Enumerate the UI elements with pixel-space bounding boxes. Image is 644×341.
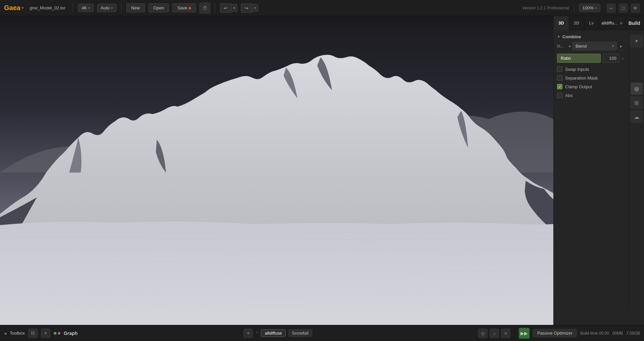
separator2 xyxy=(121,3,122,13)
new-button[interactable]: New xyxy=(126,3,145,12)
target-icon: ◎ xyxy=(634,86,639,92)
list-icon: ≡ xyxy=(44,331,47,336)
ratio-row: Ratio ○ xyxy=(554,52,627,65)
ratio-label[interactable]: Ratio xyxy=(557,54,601,63)
abs-row[interactable]: Abs xyxy=(554,91,627,100)
minimize-button[interactable]: ─ xyxy=(606,3,616,13)
undo-dropdown-button[interactable]: ▾ xyxy=(231,4,237,12)
swap-inputs-checkbox[interactable] xyxy=(557,66,562,72)
dot-purple xyxy=(58,332,60,335)
alldiffuse-chip[interactable]: alldiffuse xyxy=(261,329,285,337)
3d-viewport[interactable] xyxy=(0,16,553,325)
separation-mask-label: Separation Mask xyxy=(565,76,598,81)
expand-chevron-icon: ⌃ xyxy=(256,331,258,335)
home-icon: ⌂ xyxy=(493,331,496,336)
file-name: gnw_Model_02.tor xyxy=(27,5,68,10)
statusbar: ◂ Toolbox ⛓ ≡ Graph + ⌃ alldiffuse Snowf… xyxy=(0,325,514,341)
chain-icon: ⛓ xyxy=(31,331,35,336)
sun-icon: ✦ xyxy=(634,38,639,44)
plus-icon: + xyxy=(247,330,250,336)
home-status-button[interactable]: ⌂ xyxy=(490,329,499,338)
resolution-button[interactable]: 4K ▾ xyxy=(78,4,94,12)
dropdown-arrow-icon: ▾ xyxy=(612,44,614,48)
storage-text: 7.09GB xyxy=(626,331,640,336)
sun-button[interactable]: ✦ xyxy=(631,35,643,47)
node-menu-icon[interactable]: ≡ xyxy=(619,20,622,26)
ratio-pin-icon[interactable]: ○ xyxy=(622,56,624,61)
app-logo[interactable]: Gaea ▾ xyxy=(4,4,24,12)
open-button[interactable]: Open xyxy=(148,3,169,12)
snowfall-chip[interactable]: Snowfall xyxy=(288,329,312,337)
clamp-output-label: Clamp Output xyxy=(565,84,592,89)
ratio-value-input[interactable] xyxy=(603,54,619,63)
optimizer-button[interactable]: Passive Optimizer xyxy=(533,329,577,337)
mode-right-arrow[interactable]: ▸ xyxy=(619,44,624,49)
build-status-bar: ▶▶ Passive Optimizer Build time 00:00 00… xyxy=(514,325,644,341)
app-chevron-icon: ▾ xyxy=(22,6,24,10)
section-label: Combine xyxy=(562,34,581,39)
target-button[interactable]: ◎ xyxy=(631,83,643,95)
abs-checkbox[interactable] xyxy=(557,93,562,98)
save-button[interactable]: Save xyxy=(172,3,196,12)
memory-text: 00MB xyxy=(612,331,623,336)
separation-mask-checkbox[interactable] xyxy=(557,75,562,81)
mode-row: M... ◂ Blend ▾ ▸ xyxy=(554,41,627,52)
build-time-text: Build time 00:00 xyxy=(580,331,609,336)
grid-icon: ⊞ xyxy=(634,100,639,106)
panel-header: 3D 2D Lv alldiffu... ≡ Build ≡ xyxy=(554,16,644,30)
section-chevron-icon: ▼ xyxy=(557,35,560,39)
redo-dropdown-button[interactable]: ▾ xyxy=(252,4,258,12)
redo-group: ↪ ▾ xyxy=(241,3,258,13)
swap-inputs-row[interactable]: Swap Inputs xyxy=(554,65,627,74)
right-icon-column: ✦ ◎ ⊞ ☁ xyxy=(629,32,644,309)
window-controls: ─ □ ✕ xyxy=(606,3,640,13)
grid-button[interactable]: ⊞ xyxy=(631,97,643,109)
separator4 xyxy=(574,3,574,13)
version-text: Version 1.2.1 Professional xyxy=(522,6,569,10)
chain-icon-button[interactable]: ⛓ xyxy=(28,329,38,338)
auto-button[interactable]: Auto ▾ xyxy=(97,4,117,12)
combine-section-header: ▼ Combine xyxy=(554,33,627,41)
build-label: Build xyxy=(629,20,640,26)
clamp-output-row[interactable]: ✓ Clamp Output xyxy=(554,82,627,91)
maximize-button[interactable]: □ xyxy=(618,3,628,13)
separator3 xyxy=(215,3,215,13)
cloud-button[interactable]: ☁ xyxy=(631,111,643,123)
clamp-output-checkbox[interactable]: ✓ xyxy=(557,84,562,89)
mode-label: M... xyxy=(557,44,566,49)
checkmark-icon: ✓ xyxy=(558,85,561,89)
target-status-button[interactable]: ◎ xyxy=(478,329,488,338)
list-icon-button[interactable]: ≡ xyxy=(41,329,50,338)
swap-inputs-label: Swap Inputs xyxy=(565,67,589,72)
node-name: alldiffu... xyxy=(601,20,617,26)
abs-label: Abs xyxy=(565,93,572,98)
dot-indicators xyxy=(54,332,60,335)
clock-button[interactable]: ⏱ xyxy=(199,3,210,13)
zoom-button[interactable]: 100% ▾ xyxy=(579,4,600,12)
nav-arrow-icon[interactable]: ◂ xyxy=(4,331,6,336)
right-panel: 3D 2D Lv alldiffu... ≡ Build ≡ ▼ Combine xyxy=(553,16,644,325)
statusbar-icons: ◎ ⌂ ≡ xyxy=(478,329,510,338)
view-lv-button[interactable]: Lv xyxy=(584,16,599,30)
play-icon: ▶▶ xyxy=(520,331,528,336)
menu-status-icon: ≡ xyxy=(504,331,507,336)
view-2d-button[interactable]: 2D xyxy=(569,16,585,30)
node-header: alldiffu... ≡ xyxy=(599,17,625,29)
cloud-icon: ☁ xyxy=(634,114,639,120)
graph-label: Graph xyxy=(64,331,78,336)
menu-status-button[interactable]: ≡ xyxy=(501,329,510,338)
undo-button[interactable]: ↩ xyxy=(220,3,231,13)
app-name: Gaea xyxy=(4,4,20,12)
close-button[interactable]: ✕ xyxy=(631,3,640,13)
mode-left-arrow[interactable]: ◂ xyxy=(568,44,570,48)
toolbox-label: Toolbox xyxy=(10,331,25,336)
separator xyxy=(73,3,73,13)
add-node-button[interactable]: + xyxy=(243,329,253,338)
separation-mask-row[interactable]: Separation Mask xyxy=(554,74,627,82)
view-3d-button[interactable]: 3D xyxy=(554,16,569,30)
dot-green xyxy=(54,332,56,335)
mode-dropdown[interactable]: Blend ▾ xyxy=(572,42,617,50)
save-dirty-indicator xyxy=(189,7,191,9)
redo-button[interactable]: ↪ xyxy=(241,3,252,13)
play-button[interactable]: ▶▶ xyxy=(519,328,530,339)
